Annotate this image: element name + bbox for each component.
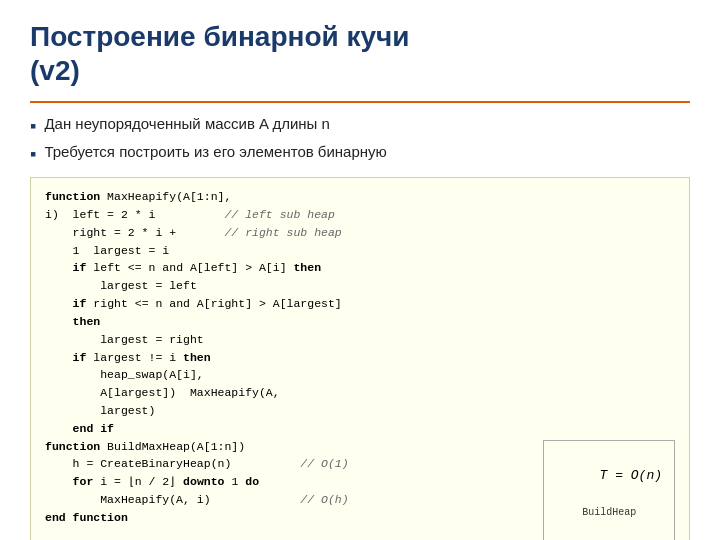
bullet-icon-1: ▪	[30, 116, 36, 137]
complexity-subscript: BuildHeap	[556, 505, 662, 521]
kw-if2: if	[73, 297, 87, 310]
kw-then3: then	[183, 351, 211, 364]
code-block: function MaxHeapify(A[1:n], i) left = 2 …	[30, 177, 690, 540]
slide: Построение бинарной кучи (v2) ▪ Дан неуп…	[0, 0, 720, 540]
kw-function1: function	[45, 190, 100, 203]
comment-o1: // O(1)	[300, 457, 348, 470]
complexity-label: T = O(n)	[600, 468, 662, 483]
bullet-icon-2: ▪	[30, 144, 36, 165]
title-line2: (v2)	[30, 55, 80, 86]
bullet-text-1: Дан неупорядоченный массив A длины n	[44, 115, 329, 132]
bullet-text-2: Требуется построить из его элементов бин…	[44, 143, 386, 160]
kw-endfunction: end function	[45, 511, 128, 524]
bullet-item-1: ▪ Дан неупорядоченный массив A длины n	[30, 115, 690, 137]
kw-endif: end if	[73, 422, 114, 435]
bullet-list: ▪ Дан неупорядоченный массив A длины n ▪…	[30, 115, 690, 165]
kw-then2: then	[73, 315, 101, 328]
kw-for: for	[73, 475, 94, 488]
kw-downto: downto	[183, 475, 224, 488]
comment-oh: // O(h)	[300, 493, 348, 506]
comment-right: // right sub heap	[224, 226, 341, 239]
bullet-item-2: ▪ Требуется построить из его элементов б…	[30, 143, 690, 165]
title-line1: Построение бинарной кучи	[30, 21, 410, 52]
kw-if3: if	[73, 351, 87, 364]
kw-function2: function	[45, 440, 100, 453]
kw-do: do	[245, 475, 259, 488]
kw-then1: then	[293, 261, 321, 274]
slide-title: Построение бинарной кучи (v2)	[30, 20, 690, 87]
complexity-box: T = O(n) BuildHeap	[543, 440, 675, 540]
kw-if1: if	[73, 261, 87, 274]
complexity-value: = O(n)	[607, 468, 662, 483]
comment-left: // left sub heap	[224, 208, 334, 221]
title-block: Построение бинарной кучи (v2)	[30, 20, 690, 103]
